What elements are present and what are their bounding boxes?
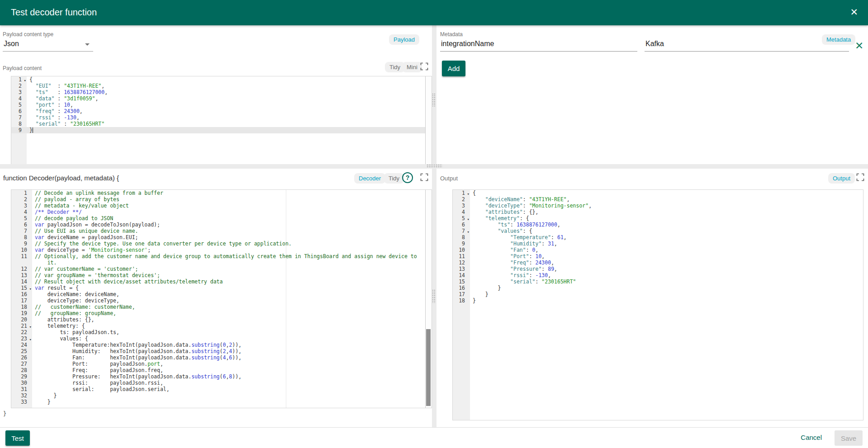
code-line[interactable]: 12// var customerName = 'customer'; bbox=[11, 266, 432, 272]
code-line[interactable]: 11// Optionally, add the customer name a… bbox=[11, 253, 432, 259]
line-number[interactable] bbox=[11, 259, 32, 266]
line-number[interactable]: 7▾ bbox=[453, 228, 470, 234]
horizontal-splitter[interactable] bbox=[0, 164, 868, 169]
line-number[interactable]: 27 bbox=[11, 361, 32, 367]
code-line[interactable]: 6 "freq" : 24300, bbox=[11, 108, 432, 114]
decoder-code-editor[interactable]: 1// Decode an uplink message from a buff… bbox=[11, 189, 432, 408]
line-number[interactable]: 8 bbox=[11, 234, 32, 241]
line-number[interactable]: 6 bbox=[11, 222, 32, 228]
line-number[interactable]: 17 bbox=[11, 297, 32, 304]
line-number[interactable]: 9 bbox=[11, 127, 27, 133]
line-number[interactable]: 22 bbox=[11, 329, 32, 335]
code-line[interactable]: 7▾ "values": { bbox=[453, 228, 863, 234]
code-line[interactable]: 7 "rssi" : -130, bbox=[11, 114, 432, 121]
code-line[interactable]: 16 deviceName: deviceName, bbox=[11, 291, 432, 297]
code-line[interactable]: 4 "attributes": {}, bbox=[453, 209, 863, 215]
line-number[interactable]: 3 bbox=[11, 89, 27, 95]
line-number[interactable]: 28 bbox=[11, 367, 32, 373]
code-line[interactable]: 3// metadata - key/value object bbox=[11, 203, 432, 209]
code-line[interactable]: 17 } bbox=[453, 291, 863, 297]
code-line[interactable]: 10var deviceType = 'Monitoring-sensor'; bbox=[11, 247, 432, 253]
line-number[interactable]: 18 bbox=[453, 297, 470, 304]
code-line[interactable]: 2 "deviceName": "43T1YH-REE", bbox=[453, 196, 863, 203]
scrollbar[interactable] bbox=[425, 76, 432, 164]
code-line[interactable]: 6 "ts": 1638876127000, bbox=[453, 222, 863, 228]
line-number[interactable]: 7 bbox=[11, 114, 27, 121]
line-number[interactable]: 10 bbox=[11, 247, 32, 253]
line-number[interactable]: 11 bbox=[11, 253, 32, 259]
close-icon[interactable]: ✕ bbox=[850, 6, 858, 18]
splitter-grip[interactable] bbox=[427, 164, 442, 168]
code-line[interactable]: 11 "Port": 10, bbox=[453, 253, 863, 259]
fullscreen-icon[interactable] bbox=[856, 173, 865, 182]
delete-row-icon[interactable]: ✕ bbox=[855, 40, 863, 51]
line-number[interactable]: 32 bbox=[11, 392, 32, 399]
scrollbar-thumb[interactable] bbox=[426, 329, 431, 406]
fullscreen-icon[interactable] bbox=[420, 173, 429, 182]
code-line[interactable]: 4/** Decoder **/ bbox=[11, 209, 432, 215]
splitter-grip[interactable] bbox=[432, 93, 436, 107]
cancel-button[interactable]: Cancel bbox=[798, 433, 825, 442]
code-line[interactable]: 8var deviceName = payloadJson.EUI; bbox=[11, 234, 432, 241]
code-line[interactable]: 16 } bbox=[453, 285, 863, 291]
line-number[interactable]: 31 bbox=[11, 386, 32, 392]
line-number[interactable]: 15▾ bbox=[11, 285, 32, 291]
code-line[interactable]: 9// Specify the device type. Use one dat… bbox=[11, 241, 432, 247]
line-number[interactable]: 1▾ bbox=[11, 76, 27, 83]
payload-content-type-select[interactable]: Json bbox=[3, 38, 93, 52]
line-number[interactable]: 7 bbox=[11, 228, 32, 234]
line-number[interactable]: 17 bbox=[453, 291, 470, 297]
metadata-value-input[interactable] bbox=[645, 38, 849, 52]
scrollbar[interactable] bbox=[425, 190, 432, 408]
line-number[interactable]: 2 bbox=[11, 196, 32, 203]
code-line[interactable]: 15▾var result = { bbox=[11, 285, 432, 291]
code-line[interactable]: 23▾ values: { bbox=[11, 335, 432, 342]
line-number[interactable]: 11 bbox=[453, 253, 470, 259]
splitter-grip[interactable] bbox=[432, 289, 436, 303]
line-number[interactable]: 4 bbox=[11, 209, 32, 215]
code-line[interactable]: 2// payload - array of bytes bbox=[11, 196, 432, 203]
line-number[interactable]: 4 bbox=[453, 209, 470, 215]
line-number[interactable]: 25 bbox=[11, 348, 32, 354]
line-number[interactable]: 5 bbox=[11, 215, 32, 222]
vertical-splitter[interactable] bbox=[432, 25, 436, 427]
code-line[interactable]: 6var payloadJson = decodeToJson(payload)… bbox=[11, 222, 432, 228]
code-line[interactable]: 3 "ts" : 1638876127000, bbox=[11, 89, 432, 95]
line-number[interactable]: 2 bbox=[11, 83, 27, 89]
line-number[interactable]: 19 bbox=[11, 310, 32, 316]
code-line[interactable]: 2 "EUI" : "43T1YH-REE", bbox=[11, 83, 432, 89]
line-number[interactable]: 21▾ bbox=[11, 323, 32, 329]
line-number[interactable]: 9 bbox=[11, 241, 32, 247]
code-line[interactable]: 1// Decode an uplink message from a buff… bbox=[11, 190, 432, 196]
code-line[interactable]: 14// Result object with device/asset att… bbox=[11, 278, 432, 285]
line-number[interactable]: 2 bbox=[453, 196, 470, 203]
code-line[interactable]: 33 } bbox=[11, 399, 432, 405]
line-number[interactable]: 4 bbox=[11, 95, 27, 102]
tidy-button[interactable]: Tidy bbox=[384, 173, 404, 184]
line-number[interactable]: 12 bbox=[11, 266, 32, 272]
code-line[interactable]: 8 "Temperature": 61, bbox=[453, 234, 863, 241]
line-number[interactable]: 16 bbox=[11, 291, 32, 297]
line-number[interactable]: 5▾ bbox=[453, 215, 470, 222]
metadata-key-input[interactable] bbox=[440, 38, 637, 52]
code-line[interactable]: 12 "Freq": 24300, bbox=[453, 259, 863, 266]
line-number[interactable]: 14 bbox=[11, 278, 32, 285]
code-line[interactable]: 29 Pressure: hexToInt(payloadJson.data.s… bbox=[11, 373, 432, 380]
line-number[interactable]: 15 bbox=[453, 278, 470, 285]
payload-code-editor[interactable]: 1▾{2 "EUI" : "43T1YH-REE",3 "ts" : 16388… bbox=[11, 76, 432, 165]
code-line[interactable]: 14 "rssi": -130, bbox=[453, 272, 863, 278]
code-line[interactable]: 5▾ "telemetry": { bbox=[453, 215, 863, 222]
line-number[interactable]: 10 bbox=[453, 247, 470, 253]
line-number[interactable]: 6 bbox=[11, 108, 27, 114]
line-number[interactable]: 14 bbox=[453, 272, 470, 278]
line-number[interactable]: 1▾ bbox=[453, 190, 470, 196]
code-line[interactable]: 22 ts: payloadJson.ts, bbox=[11, 329, 432, 335]
code-line[interactable]: 9 "Humidity": 31, bbox=[453, 241, 863, 247]
line-number[interactable]: 18 bbox=[11, 304, 32, 310]
line-number[interactable]: 12 bbox=[453, 259, 470, 266]
line-number[interactable]: 23▾ bbox=[11, 335, 32, 342]
code-line[interactable]: 10 "Fan": 0, bbox=[453, 247, 863, 253]
help-icon[interactable]: ? bbox=[402, 172, 413, 183]
code-line[interactable]: 31 serial: payloadJson.serial, bbox=[11, 386, 432, 392]
code-line[interactable]: 1▾{ bbox=[453, 190, 863, 196]
